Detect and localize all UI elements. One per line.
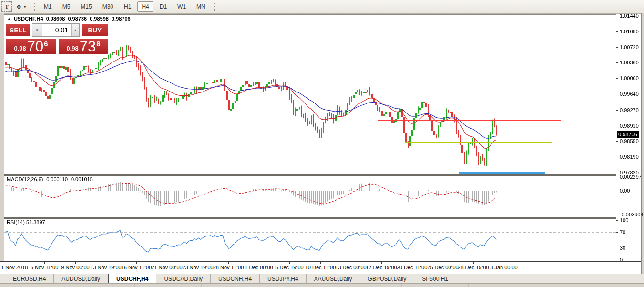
chart-tab-usdcad-daily[interactable]: USDCAD,Daily [156,274,211,283]
time-axis-tick [289,262,290,264]
axis-tick [616,16,618,16]
timeframe-button-group: M1M5M15M30H1H4D1W1MN [39,1,211,12]
time-axis-tick [412,262,412,264]
volume-increase-button[interactable]: ▲ [71,24,79,36]
time-axis-label: 20 Dec 11:00 [397,265,428,270]
axis-tick [616,248,618,248]
time-axis-tick [259,262,259,264]
timeframe-button-m30[interactable]: M30 [98,1,118,12]
timeframe-button-m5[interactable]: M5 [58,1,75,12]
toolbar: T ❖ ▼ M1M5M15M30H1H4D1W1MN [0,0,644,14]
buy-button[interactable]: BUY [81,23,109,37]
bottom-strip-divider [335,284,335,287]
volume-stepper: ▼ 0.01 ▲ [32,23,80,37]
ohlc-close: 0.98706 [112,16,131,21]
bottom-strip-divider [602,284,602,287]
volume-input[interactable]: 0.01 [42,24,71,36]
bottom-strip-divider [268,284,268,287]
macd-panel: MACD(12,26,9) -0.000110 -0.001015 [4,176,616,217]
chart-tab-usdchf-h4[interactable]: USDCHF,H4 [108,274,156,283]
time-axis-label: 25 Dec 00:00 [427,265,458,270]
axis-tick [616,232,618,233]
time-axis-label: 10 Dec 11:00 [305,265,336,270]
price-axis-label: 1.01080 [620,29,639,34]
time-axis-label: 3 Jan 00:00 [490,265,518,270]
axis-tick [616,215,618,215]
price-axis-label: 0.99270 [620,107,639,113]
current-price-badge: 0.98706 [617,131,639,138]
toolbar-grip[interactable] [33,2,36,11]
buy-price-pip: 8 [96,40,100,48]
price-axis-label: 1.00360 [620,60,639,65]
macd-axis-label: -0.003904 [620,212,644,217]
time-axis[interactable]: 1 Nov 20186 Nov 11:009 Nov 00:0013 Nov 1… [0,261,641,274]
chart-tab-usdcnh-h4[interactable]: USDCNH,H4 [211,274,260,283]
chart-tab-usdjpy-h4[interactable]: USDJPY,H4 [260,274,306,283]
chart-tab-xauusd-daily[interactable]: XAUUSD,Daily [307,274,360,283]
price-axis[interactable]: 1.014401.010801.007201.003601.000000.996… [616,14,641,261]
chart-tab-audusd-daily[interactable]: AUDUSD,Daily [54,274,108,283]
price-axis-label: 0.98190 [620,154,639,160]
timeframe-button-m15[interactable]: M15 [76,1,96,12]
sell-price-pip: 6 [44,40,48,48]
time-axis-tick [106,262,106,264]
time-axis-tick [75,262,76,264]
time-axis-label: 1 Nov 2018 [1,265,28,270]
time-axis-label: 13 Nov 19:00 [90,265,121,270]
time-axis-tick [504,262,504,264]
timeframe-button-mn[interactable]: MN [192,1,210,12]
axis-tick [616,220,618,221]
ohlc-low: 0.98598 [90,16,109,21]
time-axis-tick [136,262,137,264]
chart-ohlc-header: ▲ USDCHF,H4 0.98608 0.98736 0.98598 0.98… [7,16,131,21]
macd-canvas[interactable] [4,176,616,217]
rsi-canvas[interactable] [4,219,616,261]
time-axis-tick [443,262,443,264]
timeframe-button-h1[interactable]: H1 [120,1,135,12]
toolbar-grip[interactable] [214,2,216,11]
time-axis-label: 1 Dec 00:00 [245,265,273,270]
chart-tab-eurusd-h4[interactable]: EURUSD,H4 [5,274,54,283]
chart-tab-bar: EURUSD,H4AUDUSD,DailyUSDCHF,H4USDCAD,Dai… [0,274,644,283]
axis-tick [616,191,618,191]
time-axis-label: 9 Nov 00:00 [61,265,89,270]
sell-price-prefix: 0.98 [14,45,26,52]
macd-label: MACD(12,26,9) -0.000110 -0.001015 [7,176,93,182]
buy-price-button[interactable]: 0.98 73 8 [58,38,109,55]
timeframe-button-m1[interactable]: M1 [40,1,56,12]
volume-decrease-button[interactable]: ▼ [32,24,42,36]
price-axis-label: 1.00000 [620,75,639,81]
ohlc-open: 0.98608 [46,16,65,21]
main-chart-panel: ▲ USDCHF,H4 0.98608 0.98736 0.98598 0.98… [4,14,616,175]
macd-axis-label: 0.00 [620,188,630,194]
text-label-tool-button[interactable]: T [1,1,12,12]
time-axis-tick [473,262,474,264]
chart-tab-gbpusd-daily[interactable]: GBPUSD,Daily [360,274,415,283]
axis-tick [616,47,618,48]
mt4-chart-window: T ❖ ▼ M1M5M15M30H1H4D1W1MN ▲ USDCHF,H4 0… [0,0,644,287]
sell-price-button[interactable]: 0.98 70 6 [5,38,57,55]
timeframe-button-h4[interactable]: H4 [137,1,153,12]
crosshair-tool-button[interactable]: ❖ ▼ [13,1,30,12]
time-axis-label: 28 Nov 11:00 [213,265,244,270]
window-right-edge [641,13,644,274]
axis-tick [616,260,618,260]
chart-symbol-label: USDCHF,H4 [14,16,43,21]
bottom-strip-divider [1,284,1,287]
timeframe-button-w1[interactable]: W1 [173,1,190,12]
bottom-strip-divider [134,284,135,287]
timeframe-button-d1[interactable]: D1 [155,1,171,12]
time-axis-label: 23 Nov 19:00 [182,265,213,270]
macd-axis-label: 0.002297 [620,174,642,180]
bottom-strip-divider [201,284,202,287]
rsi-label: RSI(14) 51.3897 [7,219,45,225]
window-bottom-strip [0,283,644,287]
buy-price-prefix: 0.98 [66,45,78,52]
chevron-down-icon: ▼ [23,5,27,9]
ohlc-high: 0.98736 [68,16,87,21]
chart-tab-sp500-h1[interactable]: SP500,H1 [414,274,456,283]
bottom-strip-divider [401,284,402,287]
time-axis-tick [351,262,351,264]
buy-price-big: 73 [80,40,96,53]
sell-button[interactable]: SELL [5,23,31,37]
